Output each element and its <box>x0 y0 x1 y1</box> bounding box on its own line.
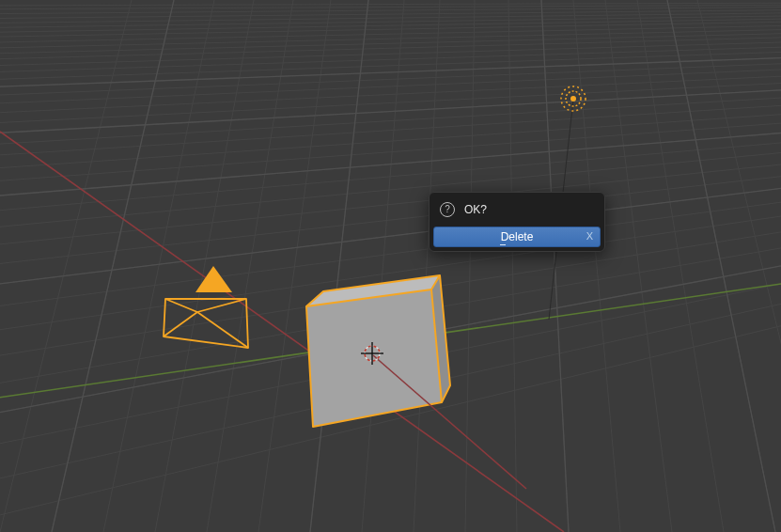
question-icon: ? <box>440 202 455 217</box>
delete-shortcut: X <box>586 230 593 242</box>
popup-header: ? OK? <box>432 196 601 226</box>
svg-point-78 <box>570 96 576 102</box>
popup-title: OK? <box>464 203 487 216</box>
delete-label: Delete <box>501 230 534 243</box>
scene-svg <box>0 0 781 532</box>
viewport-3d[interactable]: ? OK? Delete X <box>0 0 781 532</box>
confirm-popup: ? OK? Delete X <box>429 192 605 252</box>
delete-button[interactable]: Delete X <box>433 227 601 247</box>
